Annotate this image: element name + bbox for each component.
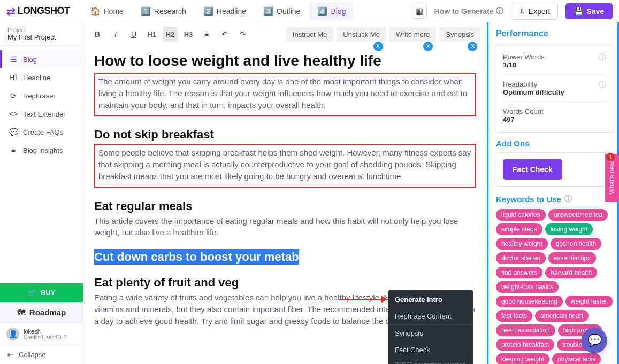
editor[interactable]: How to loose weight and live healthy lif… (83, 46, 487, 364)
keyword-pill[interactable]: doctor shares (496, 252, 546, 264)
sidebar-item-insights[interactable]: ≡Blog Insights (0, 141, 83, 159)
keyword-pill[interactable]: physical activ (552, 353, 601, 364)
nav-headline-label: Headline (217, 7, 246, 16)
breakfast-paragraph[interactable]: Some people believe that skipping breakf… (98, 147, 472, 182)
intro-paragraph[interactable]: The amount of weight you carry around ev… (98, 76, 472, 111)
keyword-pill[interactable]: keeping weight (496, 353, 549, 364)
info-icon[interactable]: ⓘ (564, 194, 572, 204)
roadmap-button[interactable]: 🗺Roadmap (0, 302, 83, 323)
save-label: Save (586, 7, 604, 16)
selected-text: Cut down carbs to boost your metab (94, 249, 299, 265)
heading-fruit-veg[interactable]: Eat plenty of fruit and veg (94, 276, 476, 290)
whats-new-tab[interactable]: What's new (605, 154, 619, 202)
roadmap-label: Roadmap (29, 308, 66, 317)
keyword-pill[interactable]: essential tips (548, 252, 596, 264)
rephraser-icon: ⟳ (9, 91, 18, 100)
h3-button[interactable]: H3 (181, 27, 196, 42)
heading-carbs[interactable]: Cut down carbs to boost your metab (94, 250, 476, 264)
keyword-pill[interactable]: goshen health (551, 238, 601, 250)
ctx-rephrase[interactable]: Rephrase Content (388, 308, 473, 324)
whats-new-badge: 1 (606, 153, 615, 161)
chat-fab[interactable]: 💬 (582, 328, 607, 353)
heading-breakfast[interactable]: Do not skip breakfast (94, 128, 476, 142)
power-words-label: Power Words (503, 53, 545, 61)
heading-regular-meals[interactable]: Eat regular meals (94, 199, 476, 213)
sidebar-item-headline[interactable]: H1Headline (0, 68, 83, 87)
avatar: 👤 (6, 328, 19, 340)
keyword-pill[interactable]: good housekeeping (496, 296, 563, 307)
keyword-pill[interactable]: simple steps (496, 223, 542, 235)
save-button[interactable]: 💾Save (565, 3, 613, 19)
sidebar-headline-label: Headline (23, 74, 50, 82)
annotation-arrow (339, 299, 385, 300)
nav-headline[interactable]: 2️⃣Headline (196, 2, 254, 20)
keyword-pill[interactable]: harvard health (545, 267, 597, 278)
nav-blog[interactable]: 4️⃣Blog (310, 2, 353, 20)
blog-title[interactable]: How to loose weight and live healthy lif… (94, 52, 476, 69)
nav-home[interactable]: 🏠Home (83, 2, 131, 20)
keyword-pill[interactable]: fast facts (496, 310, 532, 322)
keyword-pill[interactable]: liquid calories (496, 209, 546, 221)
keyword-pill[interactable]: find answers (496, 267, 542, 278)
regular-meals-paragraph[interactable]: This article covers the importance of ea… (94, 215, 476, 239)
instruct-me-button[interactable]: Instruct Me (286, 27, 333, 42)
list-button[interactable]: ≡ (199, 27, 214, 42)
nav-blog-label: Blog (331, 7, 346, 16)
export-button[interactable]: ⇩Export (511, 3, 558, 20)
project-selector[interactable]: Project My First Project (0, 22, 83, 46)
keywords-title: Keywords to Useⓘ (496, 194, 613, 204)
readability-value: Optimum difficulty (503, 88, 564, 96)
keyword-pill[interactable]: heart association (496, 324, 555, 336)
sidebar-item-rephraser[interactable]: ⟳Rephraser (0, 87, 83, 105)
sidebar-item-extender[interactable]: <>Text Extender (0, 105, 83, 123)
italic-button[interactable]: I (108, 27, 123, 42)
ctx-synopsis[interactable]: Synopsis (388, 325, 473, 342)
unstuck-me-button[interactable]: Unstuck Me✕ (337, 27, 386, 42)
underline-button[interactable]: U (126, 27, 141, 42)
sidebar-insights-label: Blog Insights (23, 146, 63, 154)
keyword-pill[interactable]: weight-loss basics (496, 281, 559, 293)
present-icon[interactable]: ▦ (412, 4, 427, 19)
keyword-pill[interactable]: healthy weight (496, 238, 548, 250)
redo-button[interactable]: ↷ (235, 27, 250, 42)
context-menu: Generate Intro Rephrase Content Synopsis… (388, 290, 473, 364)
keyword-pill[interactable]: american heart (535, 310, 589, 322)
writemore-label: Write more (396, 30, 430, 38)
ctx-fact-check[interactable]: Fact Check (388, 342, 473, 358)
buy-button[interactable]: 🛒BUY (0, 283, 83, 302)
bold-button[interactable]: B (90, 27, 105, 42)
logo-icon: ⇄ (6, 5, 16, 18)
words-count-label: Words Count (503, 107, 544, 115)
logo[interactable]: ⇄ LONGSHOT (6, 5, 70, 18)
user-row[interactable]: 👤 lokesh Credits Used:51.2 (0, 323, 83, 345)
user-name: lokesh (24, 328, 66, 335)
collapse-button[interactable]: ⇤Collapse (0, 345, 83, 364)
insights-icon: ≡ (9, 146, 18, 154)
keyword-pill[interactable]: losing weight (545, 223, 593, 235)
home-icon: 🏠 (90, 6, 101, 16)
undo-button[interactable]: ↶ (217, 27, 232, 42)
h2-button[interactable]: H2 (163, 27, 178, 42)
write-more-button[interactable]: Write more✕ (389, 27, 436, 42)
info-icon[interactable]: ⓘ (599, 80, 606, 90)
words-count-value: 497 (503, 115, 544, 123)
keyword-pill[interactable]: unsweetened tea (548, 209, 608, 221)
nav-research[interactable]: 1️⃣Research (133, 2, 194, 20)
synopsis-button[interactable]: Synopsis✕ (439, 27, 480, 42)
info-icon[interactable]: ⓘ (599, 53, 606, 63)
step-3-icon: 3️⃣ (263, 6, 273, 16)
save-icon: 💾 (574, 7, 583, 16)
sidebar-blog-label: Blog (23, 56, 37, 64)
sidebar-item-blog[interactable]: ☰Blog (0, 50, 83, 68)
h1-button[interactable]: H1 (144, 27, 159, 42)
sidebar-rephraser-label: Rephraser (23, 92, 56, 100)
sidebar-item-faqs[interactable]: 💬Create FAQs (0, 123, 83, 141)
how-to-generate[interactable]: How to Generateⓘ (434, 6, 503, 16)
keyword-pill[interactable]: protein breakfast (496, 339, 554, 351)
ctx-generate-intro[interactable]: Generate Intro (388, 291, 473, 308)
synopsis-label: Synopsis (446, 30, 474, 38)
nav-outline[interactable]: 3️⃣Outline (256, 2, 308, 20)
keyword-pill[interactable]: weight faster (565, 296, 613, 307)
fact-check-button[interactable]: Fact Check (503, 159, 562, 180)
sidebar-faqs-label: Create FAQs (23, 128, 63, 136)
